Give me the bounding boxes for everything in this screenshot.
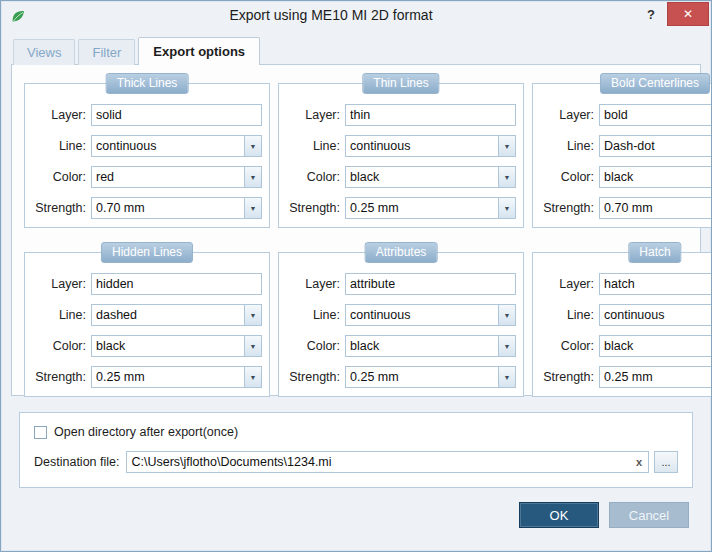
tab-export-options[interactable]: Export options: [138, 37, 260, 65]
destination-file-label: Destination file:: [34, 455, 119, 469]
strength-label: Strength:: [286, 370, 340, 384]
group-bold-centerlines: Bold Centerlines Layer: Line: Dash-dot ▼…: [532, 83, 712, 228]
line-label: Line:: [32, 308, 86, 322]
color-label: Color:: [32, 170, 86, 184]
line-select[interactable]: continuous ▼: [91, 135, 262, 157]
layer-input[interactable]: [91, 104, 262, 126]
color-select[interactable]: black ▼: [599, 335, 712, 357]
clear-icon[interactable]: x: [630, 456, 648, 468]
group-title: Thick Lines: [106, 73, 189, 94]
strength-label: Strength:: [540, 370, 594, 384]
chevron-down-icon[interactable]: ▼: [244, 367, 261, 387]
destination-file-input[interactable]: [127, 455, 630, 469]
app-icon: [9, 7, 27, 25]
layer-input[interactable]: [345, 104, 516, 126]
group-title: Hidden Lines: [101, 242, 193, 263]
color-label: Color:: [32, 339, 86, 353]
strength-label: Strength:: [540, 201, 594, 215]
tab-views[interactable]: Views: [13, 39, 75, 65]
chevron-down-icon[interactable]: ▼: [498, 336, 515, 356]
color-label: Color:: [286, 339, 340, 353]
tab-strip: Views Filter Export options: [1, 39, 711, 64]
destination-input-wrap: x: [126, 451, 649, 473]
chevron-down-icon[interactable]: ▼: [244, 136, 261, 156]
layer-input[interactable]: [345, 273, 516, 295]
export-destination-group: Open directory after export(once) Destin…: [19, 412, 693, 488]
color-select[interactable]: black ▼: [91, 335, 262, 357]
strength-label: Strength:: [32, 201, 86, 215]
strength-select[interactable]: 0.70 mm ▼: [599, 197, 712, 219]
titlebar: Export using ME10 MI 2D format ? ✕: [1, 1, 711, 31]
line-select[interactable]: dashed ▼: [91, 304, 262, 326]
color-select[interactable]: black ▼: [345, 166, 516, 188]
group-title: Thin Lines: [362, 73, 439, 94]
footer: OK Cancel: [1, 488, 711, 528]
layer-label: Layer:: [32, 108, 86, 122]
group-hidden-lines: Hidden Lines Layer: Line: dashed ▼ Color…: [24, 252, 270, 397]
layer-input[interactable]: [599, 104, 712, 126]
open-directory-row: Open directory after export(once): [34, 425, 678, 439]
strength-select[interactable]: 0.25 mm ▼: [345, 197, 516, 219]
chevron-down-icon[interactable]: ▼: [244, 167, 261, 187]
line-label: Line:: [286, 139, 340, 153]
destination-row: Destination file: x ...: [34, 451, 678, 473]
close-icon: ✕: [683, 7, 693, 21]
layer-label: Layer:: [540, 108, 594, 122]
strength-label: Strength:: [32, 370, 86, 384]
group-attributes: Attributes Layer: Line: continuous ▼ Col…: [278, 252, 524, 397]
chevron-down-icon[interactable]: ▼: [498, 367, 515, 387]
strength-label: Strength:: [286, 201, 340, 215]
color-label: Color:: [540, 339, 594, 353]
cancel-button[interactable]: Cancel: [609, 502, 689, 528]
browse-button[interactable]: ...: [654, 451, 678, 473]
group-title: Attributes: [365, 242, 438, 263]
strength-select[interactable]: 0.25 mm ▼: [345, 366, 516, 388]
help-button[interactable]: ?: [635, 2, 667, 26]
export-dialog: Export using ME10 MI 2D format ? ✕ Views…: [0, 0, 712, 552]
strength-select[interactable]: 0.25 mm ▼: [599, 366, 712, 388]
line-select[interactable]: continuous ▼: [599, 304, 712, 326]
chevron-down-icon[interactable]: ▼: [244, 336, 261, 356]
open-directory-label: Open directory after export(once): [54, 425, 238, 439]
line-label: Line:: [286, 308, 340, 322]
open-directory-checkbox[interactable]: [34, 426, 47, 439]
layer-label: Layer:: [286, 277, 340, 291]
chevron-down-icon[interactable]: ▼: [244, 305, 261, 325]
group-thin-lines: Thin Lines Layer: Line: continuous ▼ Col…: [278, 83, 524, 228]
strength-select[interactable]: 0.25 mm ▼: [91, 366, 262, 388]
chevron-down-icon[interactable]: ▼: [244, 198, 261, 218]
line-label: Line:: [32, 139, 86, 153]
layer-label: Layer:: [32, 277, 86, 291]
close-button[interactable]: ✕: [667, 2, 709, 26]
layer-label: Layer:: [286, 108, 340, 122]
export-options-panel: Thick Lines Layer: Line: continuous ▼ Co…: [11, 64, 701, 396]
tab-filter[interactable]: Filter: [78, 39, 135, 65]
color-select[interactable]: black ▼: [599, 166, 712, 188]
color-select[interactable]: black ▼: [345, 335, 516, 357]
chevron-down-icon[interactable]: ▼: [498, 167, 515, 187]
layer-label: Layer:: [540, 277, 594, 291]
line-label: Line:: [540, 139, 594, 153]
dialog-title: Export using ME10 MI 2D format: [27, 1, 635, 23]
group-title: Bold Centerlines: [600, 73, 710, 94]
chevron-down-icon[interactable]: ▼: [498, 305, 515, 325]
line-select[interactable]: continuous ▼: [345, 135, 516, 157]
group-hatch: Hatch Layer: Line: continuous ▼ Color: b…: [532, 252, 712, 397]
ok-button[interactable]: OK: [519, 502, 599, 528]
line-select[interactable]: Dash-dot ▼: [599, 135, 712, 157]
line-label: Line:: [540, 308, 594, 322]
line-select[interactable]: continuous ▼: [345, 304, 516, 326]
layer-input[interactable]: [599, 273, 712, 295]
layer-input[interactable]: [91, 273, 262, 295]
chevron-down-icon[interactable]: ▼: [498, 136, 515, 156]
strength-select[interactable]: 0.70 mm ▼: [91, 197, 262, 219]
groups-grid: Thick Lines Layer: Line: continuous ▼ Co…: [24, 83, 688, 397]
group-thick-lines: Thick Lines Layer: Line: continuous ▼ Co…: [24, 83, 270, 228]
group-title: Hatch: [628, 242, 681, 263]
color-label: Color:: [540, 170, 594, 184]
color-label: Color:: [286, 170, 340, 184]
chevron-down-icon[interactable]: ▼: [498, 198, 515, 218]
color-select[interactable]: red ▼: [91, 166, 262, 188]
